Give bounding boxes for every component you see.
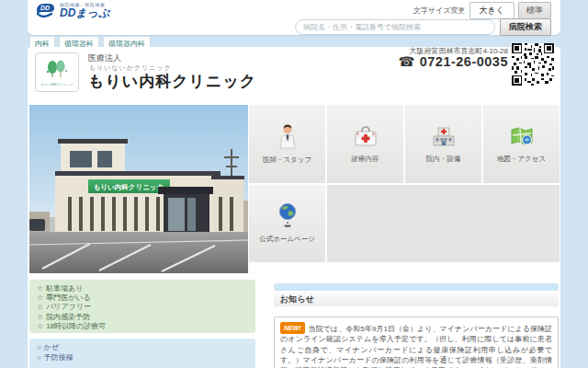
site-header: DD 病院検索・医院検索 DDまっぷ 文字サイズ変更 大きく 標準 病院検索 bbox=[28, 0, 560, 35]
svg-text:DD: DD bbox=[40, 5, 50, 11]
clinic-photo: もりい内科クリニック bbox=[29, 105, 248, 273]
map-icon bbox=[509, 124, 535, 148]
clinic-features-box: ☆駐車場あり ☆専門医がいる ☆バリアフリー ☆院内感染予防 ☆18時以降の診療… bbox=[29, 280, 255, 333]
clinic-logo: もりい内科クリニック bbox=[35, 52, 79, 92]
menu-medical-services[interactable]: 診療内容 bbox=[327, 105, 403, 183]
star-icon: ☆ bbox=[37, 303, 43, 311]
dd-smile-logo-icon: DD bbox=[35, 2, 57, 20]
menu-label: 公式ホームページ bbox=[259, 235, 315, 244]
clinic-logo-caption: もりい内科クリニック bbox=[40, 83, 74, 86]
building-sign-text: もりい内科クリニック bbox=[94, 183, 164, 191]
globe-icon bbox=[276, 202, 300, 228]
page: DD 病院検索・医院検索 DDまっぷ 文字サイズ変更 大きく 標準 病院検索 内… bbox=[0, 0, 588, 368]
menu-map-access[interactable]: 地図・アクセス bbox=[483, 105, 560, 183]
clinic-treatments-box: ○かぜ ○予防接種 bbox=[29, 339, 255, 368]
doctor-icon bbox=[277, 123, 299, 149]
treatment-item: ○かぜ bbox=[37, 343, 248, 353]
trees-logo-icon bbox=[43, 59, 71, 83]
menu-label: 診療内容 bbox=[352, 155, 379, 164]
menu-official-website[interactable]: 公式ホームページ bbox=[249, 185, 325, 263]
clinic-menu: 医師・スタッフ 診療内容 bbox=[249, 105, 560, 262]
menu-doctor-staff[interactable]: 医師・スタッフ bbox=[249, 105, 325, 183]
feature-item: ☆バリアフリー bbox=[37, 303, 248, 312]
menu-label: 院内・設備 bbox=[426, 155, 461, 164]
first-aid-kit-icon bbox=[353, 124, 379, 148]
site-logo[interactable]: DD 病院検索・医院検索 DDまっぷ bbox=[35, 2, 109, 20]
search-input[interactable] bbox=[295, 19, 495, 35]
feature-item: ☆18時以降の診療可 bbox=[37, 322, 248, 331]
new-badge: NEW! bbox=[280, 322, 305, 334]
feature-item: ☆専門医がいる bbox=[37, 293, 248, 303]
clinic-name: もりい内科クリニック bbox=[88, 71, 256, 92]
menu-label: 医師・スタッフ bbox=[263, 155, 311, 165]
search-button[interactable]: 病院検索 bbox=[500, 18, 551, 36]
logo-name: DDまっぷ bbox=[60, 7, 109, 19]
news-header: お知らせ bbox=[274, 293, 559, 306]
hospital-search: 病院検索 bbox=[295, 18, 551, 36]
star-icon: ☆ bbox=[37, 284, 43, 293]
news-box: NEW!当院では、令和5年9月1日（金）より、マイナンバーカードによる保険証のオ… bbox=[274, 316, 559, 368]
phone-icon: ☎ bbox=[399, 54, 416, 69]
star-icon: ☆ bbox=[37, 322, 43, 330]
star-icon: ☆ bbox=[37, 313, 43, 321]
feature-item: ☆院内感染予防 bbox=[37, 313, 248, 322]
star-icon: ☆ bbox=[37, 293, 43, 302]
clinic-phone: ☎ 0721-26-0035 bbox=[399, 54, 508, 69]
news-title: お知らせ bbox=[280, 293, 314, 305]
menu-label: 地図・アクセス bbox=[497, 155, 546, 164]
news-accent-bar bbox=[274, 283, 559, 291]
circle-icon: ○ bbox=[37, 343, 41, 351]
feature-item: ☆駐車場あり bbox=[37, 284, 248, 293]
circle-icon: ○ bbox=[37, 353, 41, 362]
hospital-icon bbox=[431, 124, 457, 148]
font-size-label: 文字サイズ変更 bbox=[413, 6, 466, 16]
menu-empty-cell bbox=[327, 185, 560, 263]
treatment-item: ○予防接種 bbox=[37, 353, 248, 363]
menu-facilities[interactable]: 院内・設備 bbox=[405, 105, 481, 183]
qr-code bbox=[511, 43, 555, 86]
font-size-standard-button[interactable]: 標準 bbox=[518, 2, 551, 19]
news-body: NEW!当院では、令和5年9月1日（金）より、マイナンバーカードによる保険証のオ… bbox=[280, 322, 552, 368]
font-size-large-button[interactable]: 大きく bbox=[469, 2, 514, 19]
font-size-control: 文字サイズ変更 大きく 標準 bbox=[413, 2, 551, 19]
